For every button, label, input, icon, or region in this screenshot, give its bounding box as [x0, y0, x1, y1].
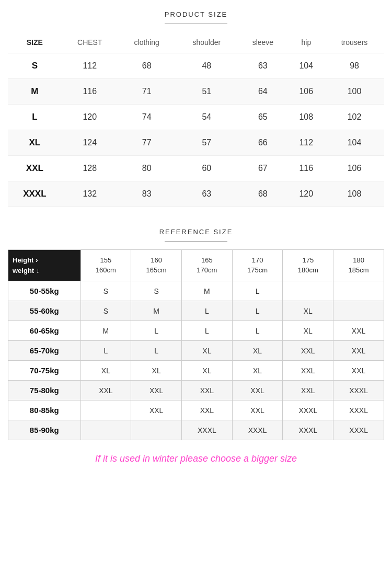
ref-size-value: XXL: [333, 341, 384, 361]
size-value: 108: [288, 105, 325, 130]
size-value: 74: [118, 105, 176, 130]
ref-table-header-row: Height ›weight ↓155160cm160165cm165170cm…: [8, 250, 384, 281]
ref-table-row: 85-90kgXXXLXXXLXXXLXXXL: [8, 420, 384, 440]
product-table-row: XXXL132836368120108: [8, 181, 384, 207]
ref-size-value: XXXL: [333, 400, 384, 420]
ref-table-row: 55-60kgSMLLXL: [8, 301, 384, 321]
ref-size-value: XXL: [182, 381, 233, 400]
size-value: 116: [62, 79, 118, 105]
product-col-header: hip: [288, 32, 325, 53]
size-value: 67: [238, 156, 287, 181]
size-label: M: [8, 79, 62, 105]
ref-size-value: XXXL: [283, 400, 333, 420]
size-value: 120: [288, 181, 325, 207]
weight-label: 75-80kg: [8, 381, 81, 400]
size-value: 83: [118, 181, 176, 207]
size-value: 77: [118, 130, 176, 156]
product-col-header: clothing: [118, 32, 176, 53]
weight-label: 70-75kg: [8, 361, 81, 381]
ref-size-value: XL: [283, 301, 333, 321]
reference-size-table: Height ›weight ↓155160cm160165cm165170cm…: [8, 249, 384, 440]
ref-height-header: 165170cm: [182, 250, 233, 281]
ref-height-header: 160165cm: [131, 250, 182, 281]
ref-size-value: XL: [80, 361, 131, 381]
ref-table-row: 60-65kgMLLLXLXXL: [8, 321, 384, 341]
size-value: 112: [288, 130, 325, 156]
weight-label: 80-85kg: [8, 400, 81, 420]
ref-size-value: XL: [182, 361, 233, 381]
product-table-row: XXL128806067116106: [8, 156, 384, 181]
product-col-header: trousers: [325, 32, 384, 53]
ref-height-header: 180185cm: [333, 250, 384, 281]
weight-label: 65-70kg: [8, 341, 81, 361]
size-value: 66: [238, 130, 287, 156]
ref-size-value: XL: [182, 341, 233, 361]
ref-size-value: XL: [283, 321, 333, 341]
ref-table-row: 65-70kgLLXLXLXXLXXL: [8, 341, 384, 361]
ref-size-value: L: [232, 281, 283, 301]
size-value: 63: [238, 53, 287, 79]
ref-size-value: XXL: [232, 400, 283, 420]
weight-label: 60-65kg: [8, 321, 81, 341]
product-col-header: shoulder: [176, 32, 238, 53]
ref-size-value: L: [131, 321, 182, 341]
size-value: 132: [62, 181, 118, 207]
ref-size-value: XXL: [131, 400, 182, 420]
size-label: S: [8, 53, 62, 79]
size-value: 57: [176, 130, 238, 156]
size-value: 64: [238, 79, 287, 105]
size-value: 108: [325, 181, 384, 207]
size-value: 128: [62, 156, 118, 181]
ref-size-value: L: [232, 321, 283, 341]
weight-label: 85-90kg: [8, 420, 81, 440]
size-value: 104: [325, 130, 384, 156]
ref-size-value: XXXL: [283, 420, 333, 440]
size-label: XXL: [8, 156, 62, 181]
product-col-header: CHEST: [62, 32, 118, 53]
size-value: 51: [176, 79, 238, 105]
ref-size-value: XXXL: [333, 420, 384, 440]
weight-label: 50-55kg: [8, 281, 81, 301]
ref-size-value: XXXL: [232, 420, 283, 440]
ref-size-value: [131, 420, 182, 440]
product-col-header: SIZE: [8, 32, 62, 53]
ref-title-underline: [165, 241, 227, 242]
product-size-section: PRODUCT SIZE SIZECHESTclothingshouldersl…: [8, 10, 384, 207]
ref-size-value: S: [131, 281, 182, 301]
product-table-header-row: SIZECHESTclothingshouldersleevehiptrouse…: [8, 32, 384, 53]
ref-size-value: [333, 281, 384, 301]
ref-size-value: XL: [232, 361, 283, 381]
size-label: XXXL: [8, 181, 62, 207]
size-value: 116: [288, 156, 325, 181]
ref-size-value: M: [131, 301, 182, 321]
ref-size-value: L: [182, 301, 233, 321]
ref-height-header: 175180cm: [283, 250, 333, 281]
ref-size-value: XXL: [333, 321, 384, 341]
title-underline: [165, 24, 227, 24]
size-label: XL: [8, 130, 62, 156]
size-value: 120: [62, 105, 118, 130]
ref-size-value: XXL: [283, 381, 333, 400]
reference-size-title: REFERENCE SIZE: [8, 228, 384, 236]
size-value: 124: [62, 130, 118, 156]
size-value: 80: [118, 156, 176, 181]
product-table-row: L120745465108102: [8, 105, 384, 130]
size-value: 71: [118, 79, 176, 105]
product-table-row: M116715164106100: [8, 79, 384, 105]
ref-size-value: XXL: [283, 341, 333, 361]
size-value: 106: [325, 156, 384, 181]
reference-size-section: REFERENCE SIZE Height ›weight ↓155160cm1…: [8, 228, 384, 440]
size-value: 63: [176, 181, 238, 207]
size-value: 54: [176, 105, 238, 130]
ref-table-row: 70-75kgXLXLXLXLXXLXXL: [8, 361, 384, 381]
size-value: 60: [176, 156, 238, 181]
ref-size-value: XXL: [131, 381, 182, 400]
ref-height-header: 170175cm: [232, 250, 283, 281]
product-table-row: S11268486310498: [8, 53, 384, 79]
ref-table-row: 75-80kgXXLXXLXXLXXLXXLXXXL: [8, 381, 384, 400]
size-value: 98: [325, 53, 384, 79]
size-value: 68: [238, 181, 287, 207]
footer-note: If it is used in winter please choose a …: [8, 453, 384, 464]
product-size-table: SIZECHESTclothingshouldersleevehiptrouse…: [8, 32, 384, 207]
ref-size-value: XXL: [283, 361, 333, 381]
